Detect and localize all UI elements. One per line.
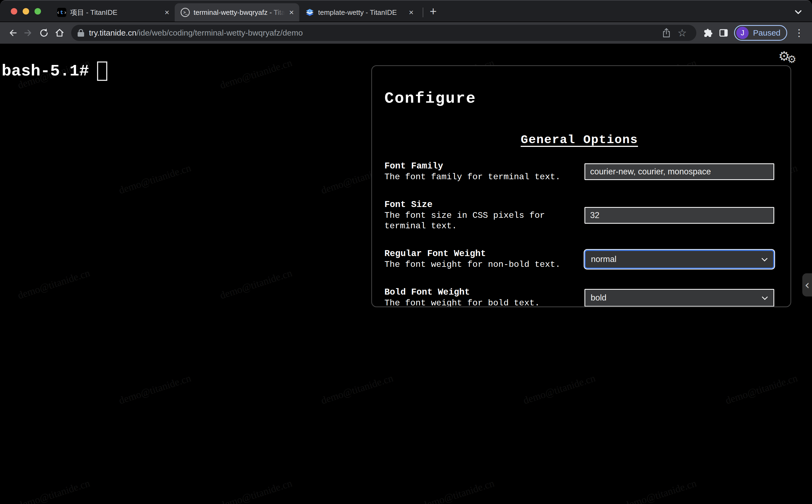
template-favicon (305, 8, 314, 17)
tab-search-chevron-icon[interactable] (794, 9, 803, 16)
tab-title: terminal-wetty-bwqryafz - Tita (194, 8, 285, 17)
watermark-text: demo@titanide.cn (218, 477, 294, 504)
field-label: Regular Font Weight (384, 248, 573, 259)
tab-title: 项目 - TitanIDE (70, 8, 160, 17)
tab-close-icon[interactable]: × (288, 8, 294, 16)
watermark-text: demo@titanide.cn (16, 477, 91, 504)
close-window-button[interactable] (11, 8, 17, 15)
titanide-favicon: ‹t› (57, 8, 66, 17)
field-row-regular-font-weight: Regular Font WeightThe font weight for n… (384, 248, 774, 270)
tab-list: ‹t›项目 - TitanIDE×>_terminal-wetty-bwqrya… (51, 3, 439, 22)
watermark-text: demo@titanide.cn (623, 477, 698, 504)
lock-icon[interactable] (78, 29, 84, 37)
minimize-window-button[interactable] (23, 8, 29, 15)
share-icon[interactable] (659, 25, 674, 41)
field-description: The font weight for non-bold text. (384, 259, 573, 270)
bookmark-star-icon[interactable]: ☆ (674, 25, 690, 41)
tab-1[interactable]: ‹t›项目 - TitanIDE× (51, 3, 175, 22)
watermark-text: demo@titanide.cn (218, 57, 294, 91)
zoom-window-button[interactable] (35, 8, 41, 15)
url-path: /ide/web/coding/terminal-wetty-bwqryafz/… (136, 28, 303, 37)
chevron-down-icon (761, 293, 769, 303)
field-text: Regular Font WeightThe font weight for n… (384, 248, 573, 270)
profile-status-label: Paused (753, 28, 780, 37)
tab-divider (423, 8, 423, 17)
url-text[interactable]: try.titanide.cn/ide/web/coding/terminal-… (89, 28, 659, 37)
reload-button[interactable] (36, 25, 52, 41)
panel-collapse-handle[interactable]: ‹ (802, 273, 812, 296)
tab-strip: ‹t›项目 - TitanIDE×>_terminal-wetty-bwqrya… (0, 0, 812, 22)
watermark-text: demo@titanide.cn (16, 267, 91, 301)
font-family-input[interactable] (584, 163, 774, 180)
watermark-text: demo@titanide.cn (421, 477, 496, 504)
side-panel-icon[interactable] (716, 25, 731, 41)
terminal-page: demo@titanide.cndemo@titanide.cndemo@tit… (0, 44, 812, 504)
field-description: The font family for terminal text. (384, 172, 573, 182)
field-description: The font weight for bold text. (384, 298, 573, 307)
field-text: Bold Font WeightThe font weight for bold… (384, 287, 573, 307)
home-button[interactable] (52, 25, 67, 41)
forward-button[interactable] (20, 25, 36, 41)
chevron-left-icon: ‹ (805, 279, 810, 291)
configure-title: Configure (384, 90, 774, 107)
traffic-lights (11, 8, 41, 15)
profile-avatar: J (736, 27, 749, 39)
terminal-prompt-text: bash-5.1# (2, 62, 89, 80)
back-button[interactable] (5, 25, 20, 41)
browser-window: ‹t›项目 - TitanIDE×>_terminal-wetty-bwqrya… (0, 0, 812, 504)
chevron-down-icon (761, 254, 768, 264)
browser-menu-icon[interactable]: ⋮ (791, 27, 807, 39)
address-bar[interactable]: try.titanide.cn/ide/web/coding/terminal-… (71, 25, 696, 41)
watermark-text: demo@titanide.cn (724, 372, 799, 406)
terminal-prompt-line[interactable]: bash-5.1# (2, 61, 107, 81)
configure-fields: Font FamilyThe font family for terminal … (384, 161, 774, 307)
field-label: Font Family (384, 161, 573, 172)
tab-2[interactable]: >_terminal-wetty-bwqryafz - Tita× (175, 3, 299, 22)
regular-font-weight-select[interactable]: normal (584, 250, 774, 269)
extensions-puzzle-icon[interactable] (700, 25, 716, 41)
terminal-cursor (97, 61, 107, 81)
watermark-text: demo@titanide.cn (319, 372, 395, 406)
terminal-favicon: >_ (181, 8, 190, 17)
tab-close-icon[interactable]: × (408, 8, 414, 16)
field-text: Font FamilyThe font family for terminal … (384, 161, 573, 182)
tab-3[interactable]: template-wetty - TitanIDE× (299, 3, 419, 22)
configure-panel: Configure General Options Font FamilyThe… (371, 65, 791, 307)
watermark-text: demo@titanide.cn (522, 372, 597, 406)
field-row-font-size: Font SizeThe font size in CSS pixels for… (384, 199, 774, 231)
watermark-text: demo@titanide.cn (218, 267, 294, 301)
field-row-font-family: Font FamilyThe font family for terminal … (384, 161, 774, 182)
bold-font-weight-select[interactable]: bold (584, 289, 774, 307)
settings-gears-icon[interactable]: ⚙⚙ (778, 49, 796, 64)
general-options-heading: General Options (384, 133, 774, 147)
field-label: Bold Font Weight (384, 287, 573, 298)
watermark-text: demo@titanide.cn (117, 162, 192, 196)
tab-title: template-wetty - TitanIDE (318, 8, 404, 17)
profile-paused-badge[interactable]: J Paused (734, 25, 787, 41)
field-label: Font Size (384, 199, 573, 210)
url-host: try.titanide.cn (89, 28, 136, 37)
tab-close-icon[interactable]: × (164, 8, 170, 16)
new-tab-button[interactable]: + (427, 5, 439, 22)
font-size-input[interactable] (584, 207, 774, 224)
field-text: Font SizeThe font size in CSS pixels for… (384, 199, 573, 231)
field-description: The font size in CSS pixels for terminal… (384, 210, 573, 231)
watermark-text: demo@titanide.cn (117, 372, 192, 406)
browser-toolbar: try.titanide.cn/ide/web/coding/terminal-… (0, 22, 812, 44)
field-row-bold-font-weight: Bold Font WeightThe font weight for bold… (384, 287, 774, 307)
